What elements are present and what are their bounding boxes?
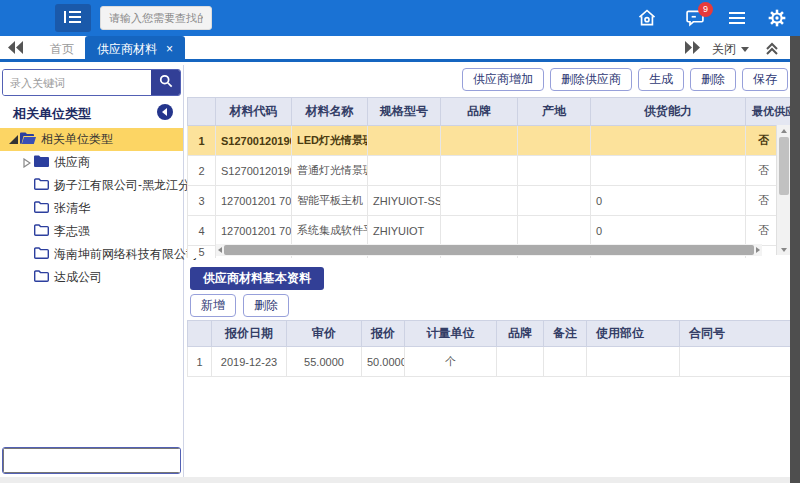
cell-origin[interactable]: [518, 156, 591, 186]
cell-code[interactable]: S127001201900: [216, 156, 292, 186]
tree-node-person-1[interactable]: 张清华: [0, 197, 183, 220]
col-contract-no[interactable]: 合同号: [680, 321, 791, 347]
detail-add-button[interactable]: 新增: [190, 294, 236, 317]
cell-rownum[interactable]: 5: [188, 246, 216, 259]
cell-capacity[interactable]: 0: [591, 186, 746, 216]
table-horizontal-scrollbar[interactable]: [216, 244, 762, 256]
supplier-material-basic-info-tab[interactable]: 供应商材料基本资料: [190, 267, 324, 290]
scroll-up-icon[interactable]: [777, 125, 791, 136]
col-remark[interactable]: 备注: [544, 321, 587, 347]
cell-code[interactable]: 127001201 700: [216, 216, 292, 246]
material-row[interactable]: 4 127001201 700 系统集成软件平台 ZHIYUIOT 0 否: [188, 216, 791, 246]
cell-unit[interactable]: 个: [405, 347, 497, 377]
material-row[interactable]: 2 S127001201900 普通灯光情景玻璃 否: [188, 156, 791, 186]
tabs-scroll-right-icon[interactable]: [685, 41, 701, 57]
keyword-search-input[interactable]: [3, 70, 151, 95]
cell-capacity[interactable]: [591, 156, 746, 186]
tab-close-icon[interactable]: ×: [166, 42, 173, 56]
table-vertical-scrollbar[interactable]: [776, 125, 790, 255]
keyword-search-button[interactable]: [151, 70, 180, 95]
cell-rownum[interactable]: 1: [188, 347, 212, 377]
page-vertical-scrollbar[interactable]: [790, 36, 800, 483]
home-icon[interactable]: [636, 7, 658, 29]
cell-quote-price[interactable]: 50.0000: [362, 347, 405, 377]
generate-button[interactable]: 生成: [638, 68, 684, 91]
tree-node-supplier[interactable]: 供应商: [0, 151, 183, 174]
cell-contract-no[interactable]: [680, 347, 791, 377]
horizontal-scroll-thumb[interactable]: [224, 245, 754, 255]
cell-capacity[interactable]: 0: [591, 216, 746, 246]
sidebar-toggle-button[interactable]: [55, 4, 91, 32]
col-quote-price[interactable]: 报价: [362, 321, 405, 347]
cell-name[interactable]: LED灯光情景玻璃: [292, 126, 368, 156]
cell-rownum[interactable]: 1: [188, 126, 216, 156]
global-search-input[interactable]: [100, 6, 212, 30]
notification-badge[interactable]: 9: [698, 2, 713, 17]
cell-name[interactable]: 智能平板主机: [292, 186, 368, 216]
cell-brand[interactable]: [441, 126, 518, 156]
cell-origin[interactable]: [518, 186, 591, 216]
cell-spec[interactable]: [368, 126, 441, 156]
cell-origin[interactable]: [518, 216, 591, 246]
col-use-location[interactable]: 使用部位: [587, 321, 680, 347]
add-supplier-button[interactable]: 供应商增加: [462, 68, 544, 91]
material-row[interactable]: 3 127001201 700 智能平板主机 ZHIYUIOT-SSH- 0 否: [188, 186, 791, 216]
tabs-scroll-left-icon[interactable]: [8, 41, 24, 57]
collapse-panel-icon[interactable]: [764, 40, 782, 58]
tree-node-company-3[interactable]: 达成公司: [0, 266, 183, 289]
cell-capacity[interactable]: [591, 126, 746, 156]
cell-brand[interactable]: [497, 347, 544, 377]
cell-use-location[interactable]: [587, 347, 680, 377]
delete-supplier-button[interactable]: 删除供应商: [550, 68, 632, 91]
cell-rownum[interactable]: 4: [188, 216, 216, 246]
col-brand[interactable]: 品牌: [441, 98, 518, 126]
vertical-scroll-thumb[interactable]: [779, 137, 789, 195]
cell-spec[interactable]: ZHIYUIOT-SSH-: [368, 186, 441, 216]
cell-review-price[interactable]: 55.0000: [287, 347, 362, 377]
col-origin[interactable]: 产地: [518, 98, 591, 126]
cell-brand[interactable]: [441, 186, 518, 216]
col-unit[interactable]: 计量单位: [405, 321, 497, 347]
cell-spec[interactable]: ZHIYUIOT: [368, 216, 441, 246]
tab-home[interactable]: 首页: [34, 36, 90, 62]
settings-gear-icon[interactable]: [766, 7, 788, 29]
save-button[interactable]: 保存: [742, 68, 788, 91]
cell-remark[interactable]: [544, 347, 587, 377]
delete-button[interactable]: 删除: [690, 68, 736, 91]
material-row-selected[interactable]: 1 S127001201900 LED灯光情景玻璃 否: [188, 126, 791, 156]
col-brand[interactable]: 品牌: [497, 321, 544, 347]
cell-rownum[interactable]: 3: [188, 186, 216, 216]
scroll-down-icon[interactable]: [777, 244, 791, 255]
tree-node-person-2[interactable]: 李志强: [0, 220, 183, 243]
close-tabs-dropdown[interactable]: 关闭: [712, 36, 749, 62]
cell-spec[interactable]: [368, 156, 441, 186]
col-spec-model[interactable]: 规格型号: [368, 98, 441, 126]
cell-name[interactable]: 系统集成软件平台: [292, 216, 368, 246]
tree-filter-input[interactable]: [3, 448, 181, 473]
cell-brand[interactable]: [441, 156, 518, 186]
tab-supplier-materials[interactable]: 供应商材料 ×: [85, 36, 185, 62]
col-best-supplier[interactable]: 最优供应商: [746, 98, 791, 126]
col-material-name[interactable]: 材料名称: [292, 98, 368, 126]
sidebar-collapse-button[interactable]: [157, 104, 173, 120]
tree-node-company-1[interactable]: 扬子江有限公司-黑龙江分部: [0, 174, 183, 197]
tree-node-root[interactable]: 相关单位类型: [0, 128, 183, 151]
col-material-code[interactable]: 材料代码: [216, 98, 292, 126]
col-review-price[interactable]: 审价: [287, 321, 362, 347]
quote-row[interactable]: 1 2019-12-23 55.0000 50.0000 个: [188, 347, 791, 377]
cell-code[interactable]: 127001201 700: [216, 186, 292, 216]
page-horizontal-scrollbar-track[interactable]: [0, 477, 790, 483]
col-quote-date[interactable]: 报价日期: [212, 321, 287, 347]
tree-node-company-2[interactable]: 海南坤前网络科技有限公司: [0, 243, 183, 266]
tree-collapsed-icon[interactable]: [20, 158, 34, 168]
detail-delete-button[interactable]: 删除: [243, 294, 289, 317]
tree-expanded-icon[interactable]: [6, 135, 20, 144]
scroll-right-icon[interactable]: [756, 247, 760, 253]
scroll-left-icon[interactable]: [218, 247, 222, 253]
cell-name[interactable]: 普通灯光情景玻璃: [292, 156, 368, 186]
cell-code[interactable]: S127001201900: [216, 126, 292, 156]
col-supply-capacity[interactable]: 供货能力: [591, 98, 746, 126]
cell-quote-date[interactable]: 2019-12-23: [212, 347, 287, 377]
cell-origin[interactable]: [518, 126, 591, 156]
menu-icon[interactable]: [726, 7, 748, 29]
